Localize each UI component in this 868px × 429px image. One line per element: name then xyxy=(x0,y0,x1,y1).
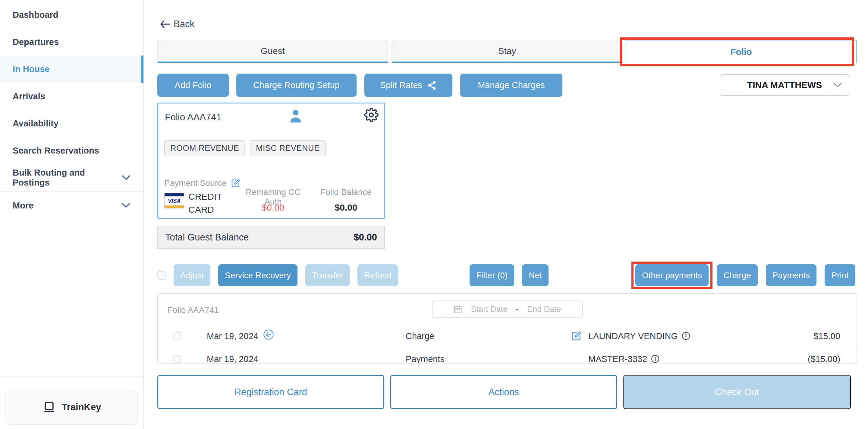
service-recovery-button[interactable]: Service Recovery xyxy=(218,264,298,286)
tab-stay-label: Stay xyxy=(498,46,516,56)
payments-button[interactable]: Payments xyxy=(766,264,817,286)
sidebar-item-more[interactable]: More xyxy=(0,192,144,219)
ledger-actions-right: Other payments Charge Payments Print xyxy=(635,264,855,286)
guest-selector-value: TINA MATTHEWS xyxy=(747,80,822,90)
folio-tags: ROOM REVENUE MISC REVENUE xyxy=(164,140,326,156)
split-rates-label: Split Rates xyxy=(380,80,422,90)
laptop-icon xyxy=(42,401,56,414)
row-checkbox[interactable] xyxy=(173,332,181,340)
print-button[interactable]: Print xyxy=(825,264,855,286)
edit-icon[interactable] xyxy=(571,331,582,341)
net-label: Net xyxy=(529,270,542,280)
refund-label: Refund xyxy=(364,270,391,280)
refund-button[interactable]: Refund xyxy=(358,264,398,286)
table-row: Mar 19, 2024 Payments MASTER-3332 ($15.0… xyxy=(158,348,857,364)
tab-guest[interactable]: Guest xyxy=(157,40,388,63)
other-payments-button[interactable]: Other payments xyxy=(635,264,709,286)
payment-method: CREDIT CARD xyxy=(188,190,229,216)
sidebar: Dashboard Departures In House Arrivals A… xyxy=(0,0,144,429)
charge-button[interactable]: Charge xyxy=(717,264,758,286)
trainkey-label: TrainKey xyxy=(62,402,101,413)
check-out-button[interactable]: Check Out xyxy=(623,375,851,409)
date-range-picker[interactable]: Start Date - End Date xyxy=(432,301,583,318)
manage-charges-label: Manage Charges xyxy=(478,80,545,90)
sidebar-item-label: Availability xyxy=(13,119,59,128)
row-description: LAUNDARY VENDING xyxy=(588,331,690,341)
folio-balance-label: Folio Balance xyxy=(320,187,372,197)
filter-button[interactable]: Filter (0) xyxy=(470,264,514,286)
charge-label: Charge xyxy=(723,270,751,280)
date-range-separator: - xyxy=(516,305,519,314)
total-guest-balance-label: Total Guest Balance xyxy=(165,232,249,243)
row-date: Mar 19, 2024 xyxy=(207,331,258,341)
guest-person-icon[interactable] xyxy=(288,108,303,124)
remaining-cc-auth-value: $0.00 xyxy=(236,202,310,213)
sidebar-item-label: Search Reservations xyxy=(13,146,99,156)
row-date: Mar 19, 2024 xyxy=(207,354,258,364)
row-description: MASTER-3332 xyxy=(588,354,659,364)
sidebar-item-label: Bulk Routing and Postings xyxy=(13,168,121,188)
charge-routing-setup-button[interactable]: Charge Routing Setup xyxy=(236,74,356,97)
chevron-down-icon xyxy=(121,175,131,181)
folio-card-title: Folio AAA741 xyxy=(165,112,221,123)
share-icon xyxy=(427,81,437,90)
calendar-icon xyxy=(453,305,462,314)
folio-card: Folio AAA741 ROOM REVENUE MISC REVENUE P… xyxy=(157,103,385,219)
select-all-checkbox[interactable] xyxy=(157,271,166,280)
manage-charges-button[interactable]: Manage Charges xyxy=(460,74,562,97)
split-rates-button[interactable]: Split Rates xyxy=(364,74,453,97)
chevron-down-icon xyxy=(833,82,842,88)
adjust-label: Adjust xyxy=(180,270,204,280)
back-label: Back xyxy=(174,19,194,30)
back-circle-icon[interactable] xyxy=(263,329,274,340)
transfer-button[interactable]: Transfer xyxy=(305,264,350,286)
visa-label: VISA xyxy=(164,196,184,205)
tab-folio-label: Folio xyxy=(730,47,752,57)
row-description-text: MASTER-3332 xyxy=(588,354,647,364)
ledger-actions-left: Adjust Service Recovery Transfer Refund xyxy=(157,264,398,286)
row-type: Payments xyxy=(406,354,444,364)
sidebar-item-arrivals[interactable]: Arrivals xyxy=(0,83,144,110)
sidebar-item-label: Arrivals xyxy=(13,91,45,102)
actions-button[interactable]: Actions xyxy=(390,375,617,409)
net-button[interactable]: Net xyxy=(522,264,549,286)
row-type: Charge xyxy=(406,331,434,341)
back-link[interactable]: Back xyxy=(160,19,194,30)
guest-selector[interactable]: TINA MATTHEWS xyxy=(720,74,849,96)
sidebar-item-departures[interactable]: Departures xyxy=(0,28,144,56)
row-description-text: LAUNDARY VENDING xyxy=(588,331,678,341)
filter-label: Filter (0) xyxy=(476,270,507,280)
tab-stay[interactable]: Stay xyxy=(392,40,623,63)
tag-room-revenue[interactable]: ROOM REVENUE xyxy=(164,140,245,156)
annotation-box-other-payments: Other payments xyxy=(635,264,709,286)
check-out-label: Check Out xyxy=(715,387,759,398)
edit-icon[interactable] xyxy=(231,178,241,188)
tab-guest-label: Guest xyxy=(261,46,285,56)
info-icon[interactable] xyxy=(651,355,659,363)
ledger-actions-middle: Filter (0) Net xyxy=(470,264,549,286)
visa-card-icon: VISA xyxy=(164,193,184,208)
sidebar-item-in-house[interactable]: In House xyxy=(0,56,144,83)
row-checkbox[interactable] xyxy=(173,355,181,363)
info-icon[interactable] xyxy=(682,332,690,340)
sidebar-footer: TrainKey xyxy=(0,376,144,429)
payment-source: Payment Source xyxy=(164,178,241,188)
row-amount: $15.00 xyxy=(813,331,840,341)
ledger-folio-label: Folio AAA741 xyxy=(167,305,219,315)
sidebar-item-availability[interactable]: Availability xyxy=(0,110,144,137)
sidebar-item-search-reservations[interactable]: Search Reservations xyxy=(0,137,144,164)
add-folio-button[interactable]: Add Folio xyxy=(157,74,229,97)
tag-misc-revenue[interactable]: MISC REVENUE xyxy=(250,140,326,156)
trainkey-button[interactable]: TrainKey xyxy=(5,390,138,425)
total-guest-balance: Total Guest Balance $0.00 xyxy=(157,226,385,249)
gear-icon[interactable] xyxy=(364,108,378,122)
table-row: Mar 19, 2024 Charge LAUNDARY VENDING $15… xyxy=(158,325,857,347)
sidebar-item-dashboard[interactable]: Dashboard xyxy=(0,1,144,28)
registration-card-button[interactable]: Registration Card xyxy=(157,375,384,409)
ledger-table: Folio AAA741 Start Date - End Date Mar 1… xyxy=(157,293,857,364)
sidebar-item-bulk-routing-and-postings[interactable]: Bulk Routing and Postings xyxy=(0,164,144,191)
adjust-button[interactable]: Adjust xyxy=(174,264,210,286)
transfer-label: Transfer xyxy=(312,270,343,280)
tab-folio[interactable]: Folio xyxy=(626,40,857,63)
back-arrow-icon xyxy=(160,20,170,29)
